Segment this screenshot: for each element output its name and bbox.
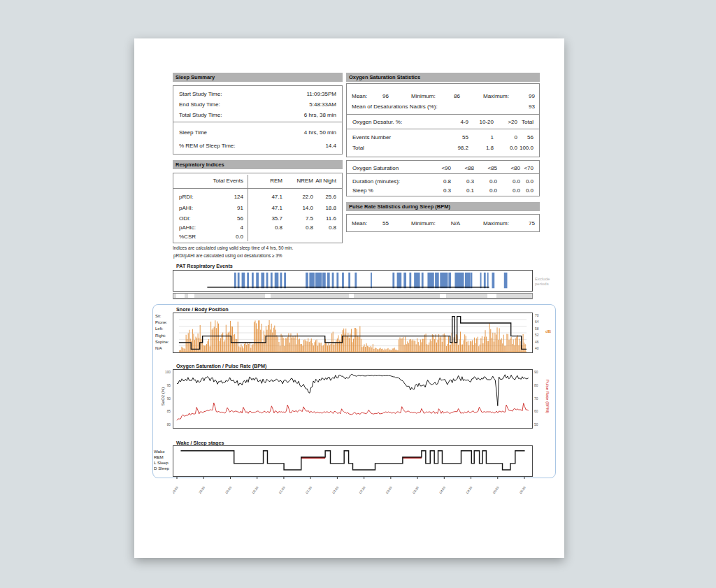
- events-row: Events Number 551056: [352, 134, 534, 141]
- scrollbar-segment[interactable]: [440, 294, 446, 298]
- mean-value: 96: [372, 92, 389, 100]
- cell: REM: [243, 177, 282, 185]
- sao2-ticks: 10095908580: [164, 371, 171, 426]
- svg-text:02:09: 02:09: [332, 485, 340, 494]
- cell: 100.0: [517, 144, 534, 152]
- row-value: 4 hrs, 50 min: [304, 129, 336, 136]
- footnote: Indices are calculated using valid sleep…: [173, 245, 293, 250]
- cell: L Sleep: [154, 460, 172, 465]
- cell: 60: [534, 410, 541, 413]
- table-row: pAHIc: 40.80.80.8: [179, 224, 336, 231]
- nadirs-row: Mean of Desaturations Nadirs (%): 93: [347, 103, 539, 110]
- cell: [313, 233, 336, 241]
- scrollbar-segment[interactable]: [176, 294, 185, 298]
- duration-row: Duration (minutes): 0.80.30.00.00.0: [352, 178, 534, 185]
- cell: 0.0: [494, 144, 517, 152]
- cell: 56: [211, 215, 243, 222]
- cell: 35.7: [243, 215, 282, 222]
- min-value: N/A: [436, 220, 460, 227]
- cell: Supine:: [155, 340, 172, 344]
- cell: 0: [494, 134, 517, 141]
- total-row: Total 98.21.80.0100.0: [352, 144, 534, 152]
- max-label: Maximum:: [483, 92, 509, 100]
- cell: 1.8: [468, 144, 494, 152]
- respiratory-title: Respiratory Indices: [176, 162, 224, 168]
- cell: 7.5: [282, 215, 313, 222]
- pulse-rate-axis-label: Pulse Rate (BPM): [545, 372, 550, 421]
- blank-header-cell: [179, 177, 211, 185]
- cell: N/A: [155, 346, 172, 350]
- cell: NREM: [282, 177, 313, 185]
- divider: [173, 188, 342, 189]
- cell: 56: [517, 134, 534, 141]
- desat-label: Oxygen Desatur. %:: [352, 118, 441, 126]
- cell: REM: [154, 454, 172, 459]
- cell: 50: [534, 423, 541, 426]
- sleep-pct-label: Sleep %: [352, 187, 428, 194]
- cell: 0.0: [211, 233, 243, 241]
- svg-text:23:39: 23:39: [198, 485, 206, 494]
- cell: Right:: [155, 334, 172, 338]
- row-label: pAHIc:: [179, 224, 211, 231]
- oxygen-saturation-box: Mean: 96 Minimum: 86 Maximum: 99 Mean of…: [346, 83, 540, 157]
- svg-text:01:09: 01:09: [278, 485, 286, 494]
- scrollbar-segment[interactable]: [349, 294, 353, 298]
- divider: [347, 114, 539, 115]
- cell: <90: [428, 164, 451, 172]
- svg-text:03:09: 03:09: [385, 485, 393, 494]
- mean-label: Mean:: [352, 92, 367, 100]
- cell: 55: [441, 134, 468, 141]
- divider: [347, 129, 539, 129]
- row-label: pAHI:: [179, 204, 211, 212]
- spo2-pulse-chart: [173, 369, 533, 429]
- cell: 58: [535, 327, 545, 331]
- cell: [243, 233, 282, 241]
- table-row: %CSR 0.0: [179, 233, 336, 241]
- svg-text:05:09: 05:09: [492, 485, 500, 494]
- sleep-stage-axis-labels: WakeREML SleepD Sleep: [154, 449, 172, 471]
- cell: <88: [451, 164, 474, 172]
- summary-row: % REM of Sleep Time: 14.4: [179, 142, 336, 150]
- sleep-summary-box: Start Study Time: 11:09:35PM End Study T…: [173, 85, 343, 155]
- summary-row: Total Study Time: 6 hrs, 38 min: [179, 111, 336, 119]
- cell: [282, 233, 313, 241]
- divider: [173, 122, 342, 122]
- row-label: % REM of Sleep Time:: [179, 142, 235, 150]
- cell: 90: [164, 397, 171, 401]
- cell: 95: [164, 384, 171, 387]
- table-row: pRDI: 12447.122.025.6: [179, 193, 336, 201]
- cell: Prone:: [155, 320, 172, 324]
- sleep-stages-time-axis: 23:0923:3900:0900:3901:0901:3902:0902:39…: [173, 477, 533, 498]
- summary-row: Sleep Time 4 hrs, 50 min: [179, 129, 336, 136]
- oxygen-saturation-header: Oxygen Saturation Statistics: [346, 73, 540, 82]
- cell: 47.1: [243, 193, 282, 201]
- scrollbar-segment[interactable]: [188, 294, 194, 298]
- footnote: pRDI/pAHI are calculated using oxi desat…: [173, 253, 282, 258]
- cell: 0.3: [428, 187, 451, 194]
- cell: 0.8: [243, 224, 282, 231]
- cell: Total Events: [211, 177, 243, 185]
- pat-events-title: PAT Respiratory Events: [176, 263, 233, 269]
- cell: 4-9: [441, 118, 468, 126]
- row-label: %CSR: [179, 233, 211, 241]
- exclude-periods-label: Exclude periods: [535, 277, 550, 286]
- spo2-pulse-title: Oxygen Saturation / Pulse Rate (BPM): [176, 363, 266, 369]
- scrollbar-segment[interactable]: [487, 294, 496, 298]
- cell: 40: [535, 347, 545, 350]
- cell: 91: [211, 204, 243, 212]
- nadirs-label: Mean of Desaturations Nadirs (%):: [352, 103, 438, 110]
- cell: <80: [497, 164, 520, 172]
- sleep-summary-title: Sleep Summary: [176, 74, 215, 80]
- respiratory-indices-box: Total EventsREMNREMAll Night pRDI: 12447…: [173, 173, 343, 243]
- cell: 52: [535, 334, 545, 337]
- row-value: 11:09:35PM: [306, 90, 336, 98]
- scrollbar-segment[interactable]: [265, 294, 271, 298]
- stats-row: Mean: 96 Minimum: 86 Maximum: 99: [347, 92, 539, 100]
- table-header-row: Total EventsREMNREMAll Night: [179, 177, 336, 185]
- cell: 64: [535, 320, 545, 324]
- pat-timeline-scrollbar[interactable]: [173, 293, 533, 299]
- cell: 22.0: [282, 193, 313, 201]
- pulse-ticks: 9080706050: [534, 371, 541, 426]
- min-value: 86: [436, 92, 460, 100]
- saturation-thresholds-box: Oxygen Saturation <90<88<85<80<70 Durati…: [346, 160, 540, 196]
